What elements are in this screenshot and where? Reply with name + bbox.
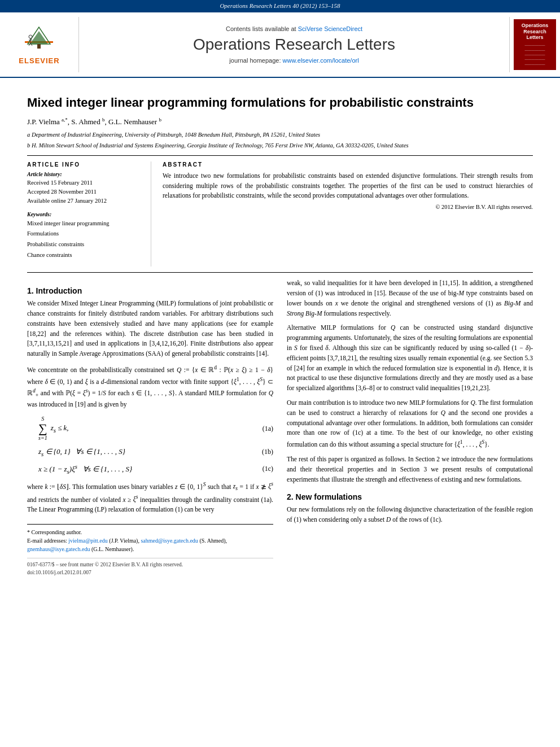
- journal-cover-area: OperationsResearchLetters ——————————————…: [509, 17, 560, 72]
- homepage-text: journal homepage:: [229, 57, 281, 64]
- article-info-label: ARTICLE INFO: [27, 161, 144, 168]
- journal-title: Operations Research Letters: [193, 36, 395, 54]
- intro-para1: We consider Mixed Integer Linear Program…: [27, 299, 273, 359]
- journal-cover-image: OperationsResearchLetters ——————————————…: [514, 19, 556, 70]
- journal-header: ELSEVIER Contents lists available at Sci…: [0, 11, 560, 78]
- paper-title: Mixed integer linear programming formula…: [27, 95, 533, 111]
- affiliation-b: b H. Milton Stewart School of Industrial…: [27, 142, 533, 150]
- journal-name-area: Contents lists available at SciVerse Sci…: [79, 17, 509, 72]
- email-label: E-mail addresses:: [27, 538, 67, 544]
- keyword-3: Probabilistic constraints: [27, 239, 144, 250]
- doi-text: doi:10.1016/j.orl.2012.01.007: [27, 570, 91, 575]
- equation-1b-content: zs ∈ {0, 1} ∀s ∈ {1, . . . , S}: [38, 447, 125, 457]
- elsevier-logo: ELSEVIER: [19, 24, 59, 65]
- body-col-left: 1. Introduction We consider Mixed Intege…: [27, 278, 273, 576]
- new-formulations-para1: Our new formulations rely on the followi…: [287, 505, 533, 525]
- elsevier-logo-area: ELSEVIER: [0, 17, 79, 72]
- available-date: Available online 27 January 2012: [27, 196, 144, 206]
- body-col-right: weak, so valid inequalities for it have …: [287, 278, 533, 576]
- main-content: Mixed integer linear programming formula…: [0, 78, 560, 586]
- abstract-text: We introduce two new formulations for pr…: [163, 171, 533, 200]
- homepage-line: journal homepage: www.elsevier.com/locat…: [229, 57, 358, 64]
- elsevier-brand-text: ELSEVIER: [19, 56, 59, 65]
- intro-para2: We concentrate on the probabilistically …: [27, 364, 273, 410]
- right-para1: weak, so valid inequalities for it have …: [287, 278, 533, 318]
- email-addresses-note: E-mail addresses: jvielma@pitt.edu (J.P.…: [27, 536, 273, 553]
- author-ahmed: S. Ahmed b,: [71, 117, 108, 126]
- summation-symbol-block: S ∑ s=1: [38, 416, 47, 442]
- intro-para3: where k := ⌊δS⌋. This formulation uses b…: [27, 480, 273, 515]
- abstract-label: ABSTRACT: [163, 161, 533, 168]
- article-info-column: ARTICLE INFO Article history: Received 1…: [27, 161, 151, 267]
- intro-section-label: Introduction: [36, 286, 82, 295]
- equation-1c-number: (1c): [262, 465, 273, 473]
- author-vielma: J.P. Vielma a,*,: [27, 117, 71, 126]
- keyword-4: Chance constraints: [27, 250, 144, 261]
- sigma-icon: ∑: [38, 422, 47, 435]
- new-formulations-number: 2.: [287, 492, 294, 501]
- article-history-group: Article history: Received 15 February 20…: [27, 171, 144, 205]
- equation-1c-block: x ≥ (1 − zs)ξs ∀s ∈ {1, . . . , S} (1c): [38, 463, 273, 475]
- footnote-area: * Corresponding author. E-mail addresses…: [27, 524, 273, 577]
- email-ahmed[interactable]: sahmed@isye.gatech.edu: [141, 538, 198, 544]
- affiliation-a: a Department of Industrial Engineering, …: [27, 131, 533, 139]
- email-vielma[interactable]: jvielma@pitt.edu: [68, 538, 107, 544]
- intro-section-number: 1.: [27, 286, 34, 295]
- keywords-label: Keywords:: [27, 211, 144, 217]
- new-formulations-label: New formulations: [296, 492, 362, 501]
- abstract-column: ABSTRACT We introduce two new formulatio…: [163, 161, 533, 267]
- new-formulations-section-title: 2. New formulations: [287, 492, 533, 501]
- equation-1a-math: zs ≤ k,: [51, 423, 69, 434]
- keywords-list: Mixed integer linear programming Formula…: [27, 219, 144, 261]
- body-two-col: 1. Introduction We consider Mixed Intege…: [27, 278, 533, 576]
- journal-citation-text: Operations Research Letters 40 (2012) 15…: [220, 2, 340, 9]
- equation-1a-block: S ∑ s=1 zs ≤ k, (1a): [38, 416, 273, 442]
- keyword-1: Mixed integer linear programming: [27, 219, 144, 229]
- right-para4: The rest of this paper is organized as f…: [287, 455, 533, 484]
- sciverse-link[interactable]: SciVerse ScienceDirect: [298, 25, 362, 32]
- received-date: Received 15 February 2011: [27, 178, 144, 187]
- intro-section-title: 1. Introduction: [27, 286, 273, 295]
- svg-marker-2: [30, 31, 48, 44]
- equation-1b-block: zs ∈ {0, 1} ∀s ∈ {1, . . . , S} (1b): [38, 447, 273, 457]
- authors-line: J.P. Vielma a,*, S. Ahmed b, G.L. Nemhau…: [27, 117, 533, 126]
- svg-rect-3: [37, 44, 41, 49]
- doi-line: doi:10.1016/j.orl.2012.01.007: [27, 569, 273, 576]
- svg-point-4: [29, 35, 32, 38]
- corresponding-author-note: * Corresponding author.: [27, 528, 273, 536]
- homepage-url[interactable]: www.elsevier.com/locate/orl: [283, 57, 359, 64]
- accepted-date: Accepted 28 November 2011: [27, 187, 144, 196]
- footer-issn-doi: 0167-6377/$ – see front matter © 2012 El…: [27, 558, 273, 577]
- article-info-abstract-section: ARTICLE INFO Article history: Received 1…: [27, 161, 533, 267]
- right-para2: Alternative MILP formulations for Q can …: [287, 323, 533, 394]
- contents-available-line: Contents lists available at SciVerse Sci…: [226, 25, 362, 32]
- equation-1b-number: (1b): [262, 448, 273, 456]
- right-para3: Our main contribution is to introduce tw…: [287, 398, 533, 450]
- author-nemhauser: G.L. Nemhauser b: [108, 117, 161, 126]
- contents-text: Contents lists available at: [226, 25, 296, 32]
- history-label: Article history:: [27, 171, 144, 177]
- copyright-line: © 2012 Elsevier B.V. All rights reserved…: [163, 204, 533, 210]
- journal-citation-bar: Operations Research Letters 40 (2012) 15…: [0, 0, 560, 11]
- equation-1a-number: (1a): [262, 425, 273, 433]
- divider-after-authors: [27, 155, 533, 156]
- equation-1a-content: S ∑ s=1 zs ≤ k,: [38, 416, 69, 442]
- cover-decorative-lines: ——————————————————————————————: [525, 43, 545, 67]
- sum-lower-limit: s=1: [38, 435, 47, 442]
- elsevier-tree-icon: [22, 24, 56, 55]
- keywords-group: Keywords: Mixed integer linear programmi…: [27, 211, 144, 261]
- keyword-2: Formulations: [27, 229, 144, 239]
- email-nemhauser[interactable]: gnemhaus@isye.gatech.edu: [27, 546, 90, 552]
- issn-line: 0167-6377/$ – see front matter © 2012 El…: [27, 561, 273, 569]
- divider-after-abstract: [27, 272, 533, 273]
- cover-title-text: OperationsResearchLetters: [522, 23, 549, 41]
- equation-1c-content: x ≥ (1 − zs)ξs ∀s ∈ {1, . . . , S}: [38, 463, 132, 475]
